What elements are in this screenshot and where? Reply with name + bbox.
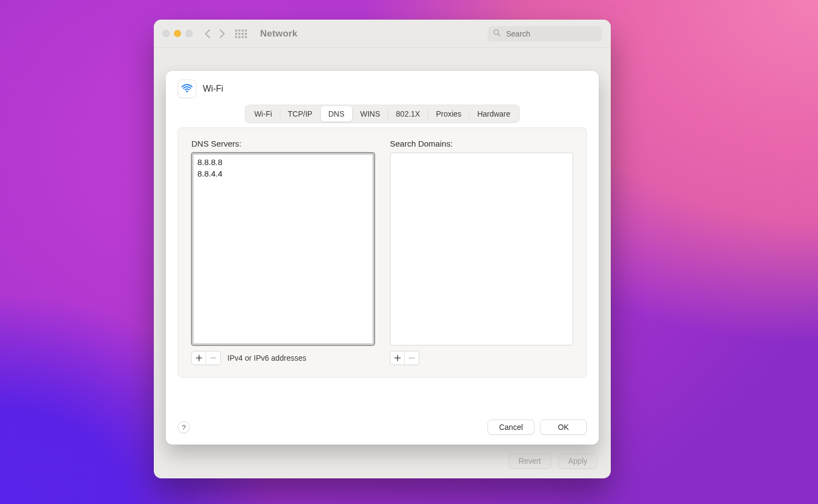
dns-add-remove — [191, 351, 221, 365]
help-button[interactable]: ? — [178, 421, 190, 433]
svg-point-2 — [186, 90, 188, 92]
svg-line-1 — [498, 34, 500, 35]
tab-wins[interactable]: WINS — [353, 106, 388, 122]
tabs: Wi-Fi TCP/IP DNS WINS 802.1X Proxies Har… — [166, 101, 599, 123]
plus-icon[interactable] — [192, 351, 206, 365]
tab-proxies[interactable]: Proxies — [428, 106, 469, 122]
revert-button[interactable]: Revert — [508, 453, 551, 469]
dns-servers-label: DNS Servers: — [191, 139, 375, 148]
plus-icon[interactable] — [390, 351, 405, 365]
tab-hardware[interactable]: Hardware — [470, 106, 518, 122]
minus-icon[interactable] — [206, 351, 220, 365]
chevron-left-icon[interactable] — [203, 29, 212, 39]
minus-icon[interactable] — [405, 351, 419, 365]
desktop-background: Network Revert Apply — [0, 0, 818, 504]
apply-button[interactable]: Apply — [558, 453, 598, 469]
domains-add-remove — [390, 351, 419, 365]
list-item[interactable]: 8.8.4.4 — [196, 168, 370, 179]
tab-dns[interactable]: DNS — [321, 106, 352, 122]
minimize-button[interactable] — [174, 30, 181, 37]
search-icon — [493, 29, 501, 39]
tab-8021x[interactable]: 802.1X — [388, 106, 428, 122]
dns-servers-column: DNS Servers: 8.8.8.88.8.4.4 — [191, 139, 375, 365]
window-title: Network — [260, 28, 297, 39]
cancel-button[interactable]: Cancel — [488, 420, 534, 435]
parent-footer: Revert Apply — [508, 453, 598, 469]
sheet-footer: ? Cancel OK — [166, 412, 599, 445]
nav-buttons — [203, 29, 247, 39]
search-input[interactable] — [505, 29, 597, 39]
ok-button[interactable]: OK — [540, 420, 587, 435]
tab-tcpip[interactable]: TCP/IP — [280, 106, 320, 122]
wifi-icon — [178, 80, 196, 98]
segmented-tabs: Wi-Fi TCP/IP DNS WINS 802.1X Proxies Har… — [245, 105, 520, 123]
dns-servers-list[interactable]: 8.8.8.88.8.4.4 — [191, 153, 375, 345]
zoom-button[interactable] — [185, 30, 193, 37]
list-item[interactable]: 8.8.8.8 — [196, 156, 370, 168]
search-domains-label: Search Domains: — [390, 139, 573, 148]
dns-hint: IPv4 or IPv6 addresses — [227, 354, 306, 362]
chevron-right-icon[interactable] — [218, 29, 226, 39]
grid-icon[interactable] — [235, 29, 247, 38]
close-button[interactable] — [163, 30, 170, 37]
tab-wifi[interactable]: Wi-Fi — [246, 106, 280, 122]
search-domains-list[interactable] — [390, 153, 573, 345]
sheet-header: Wi-Fi — [166, 71, 599, 101]
search-field[interactable] — [488, 26, 602, 41]
titlebar: Network — [154, 20, 611, 48]
system-preferences-window: Network Revert Apply — [154, 20, 611, 478]
sheet-title: Wi-Fi — [203, 84, 223, 94]
search-domains-column: Search Domains: — [390, 139, 573, 365]
wifi-advanced-sheet: Wi-Fi Wi-Fi TCP/IP DNS WINS 802.1X Proxi… — [166, 71, 599, 445]
window-controls — [163, 30, 193, 37]
dns-panel: DNS Servers: 8.8.8.88.8.4.4 — [178, 127, 587, 378]
